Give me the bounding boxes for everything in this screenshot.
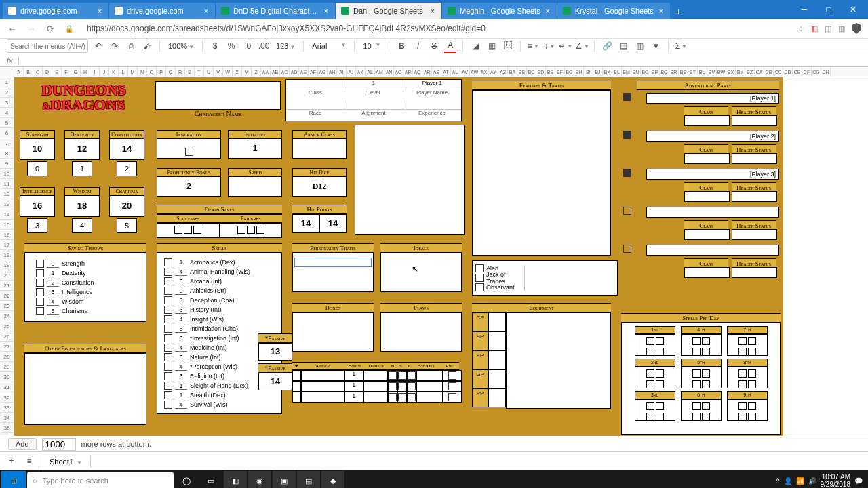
row-header[interactable]: 31 — [0, 382, 14, 392]
col-header[interactable]: AN — [384, 67, 394, 77]
portrait-area[interactable] — [355, 125, 465, 235]
row-header[interactable]: 35 — [0, 423, 14, 433]
col-header[interactable]: T — [195, 67, 204, 77]
row-header[interactable]: 27 — [0, 342, 14, 352]
tray-up-icon[interactable]: ^ — [776, 477, 780, 485]
dec-increase-icon[interactable]: .00 — [258, 40, 270, 52]
borders-icon[interactable]: ▦ — [486, 40, 498, 52]
col-header[interactable]: AV — [460, 67, 470, 77]
clock[interactable]: 10:07 AM9/29/2018 — [821, 473, 851, 488]
row-header[interactable]: 1 — [0, 77, 14, 87]
percent-icon[interactable]: % — [225, 40, 237, 52]
col-header[interactable]: BY — [736, 67, 745, 77]
col-header[interactable]: BB — [517, 67, 527, 77]
chart-icon[interactable]: ▥ — [633, 40, 646, 52]
functions-icon[interactable]: Σ▼ — [675, 40, 687, 52]
col-header[interactable]: BD — [536, 67, 546, 77]
row-header[interactable]: 24 — [0, 311, 14, 321]
col-header[interactable]: B — [24, 67, 33, 77]
spell-level-3rd[interactable]: 3rd — [635, 391, 675, 421]
col-header[interactable]: O — [147, 67, 157, 77]
app-icon[interactable]: ◧ — [224, 471, 247, 488]
row-header[interactable]: 10 — [0, 169, 14, 179]
shield-icon[interactable] — [852, 23, 861, 34]
col-header[interactable]: G — [71, 67, 81, 77]
col-header[interactable]: BF — [555, 67, 565, 77]
row-header[interactable]: 3 — [0, 98, 14, 108]
skill-row[interactable]: 5Deception (Cha) — [164, 296, 275, 305]
col-header[interactable]: R — [176, 67, 185, 77]
col-header[interactable]: BU — [698, 67, 707, 77]
browser-tab[interactable]: drive.google.com× — [109, 3, 215, 19]
col-header[interactable]: BQ — [660, 67, 669, 77]
row-header[interactable]: 34 — [0, 413, 14, 423]
col-header[interactable]: AE — [299, 67, 309, 77]
menu-search-input[interactable] — [7, 39, 88, 53]
row-header[interactable]: 5 — [0, 118, 14, 128]
col-header[interactable]: S — [185, 67, 195, 77]
col-header[interactable]: BG — [565, 67, 574, 77]
col-header[interactable]: AT — [441, 67, 451, 77]
maximize-button[interactable]: □ — [816, 0, 841, 19]
cortana-icon[interactable]: ◯ — [175, 471, 198, 488]
col-header[interactable]: CH — [821, 67, 831, 77]
col-header[interactable]: CC — [774, 67, 783, 77]
party-check[interactable] — [623, 93, 631, 101]
col-header[interactable]: U — [204, 67, 214, 77]
save-row[interactable]: 3Intelligence — [36, 287, 135, 297]
chrome-icon[interactable]: ◉ — [248, 471, 271, 488]
col-header[interactable]: P — [157, 67, 166, 77]
col-header[interactable]: AG — [318, 67, 328, 77]
party-check[interactable] — [623, 207, 631, 215]
paint-icon[interactable]: 🖌 — [141, 40, 153, 52]
col-header[interactable]: BN — [631, 67, 641, 77]
col-header[interactable]: BL — [612, 67, 622, 77]
col-header[interactable]: BJ — [593, 67, 603, 77]
col-header[interactable]: AO — [394, 67, 403, 77]
col-header[interactable]: CE — [793, 67, 802, 77]
skill-row[interactable]: 3Arcana (Int) — [164, 277, 275, 286]
new-tab-button[interactable]: + — [671, 4, 687, 19]
font-dropdown[interactable]: Arial▼ — [310, 42, 348, 50]
skill-row[interactable]: 4Insight (Wis) — [164, 314, 275, 324]
close-icon[interactable]: × — [429, 7, 436, 15]
zoom-dropdown[interactable]: 100%▼ — [166, 42, 196, 50]
skill-row[interactable]: 1Stealth (Dex) — [164, 390, 275, 400]
browser-tab[interactable]: Krystal - Google Sheets× — [557, 3, 670, 19]
star-icon[interactable]: ☆ — [797, 24, 804, 33]
italic-icon[interactable]: I — [412, 40, 424, 52]
row-header[interactable]: 8 — [0, 148, 14, 159]
col-header[interactable]: AS — [432, 67, 441, 77]
add-sheet-icon[interactable]: + — [5, 455, 18, 467]
task-view-icon[interactable]: ▭ — [199, 471, 222, 488]
spell-level-9th[interactable]: 9th — [727, 391, 768, 421]
row-header[interactable]: 6 — [0, 128, 14, 138]
select-all-corner[interactable] — [0, 67, 14, 77]
browser-tab[interactable]: DnD 5e Digital Character Sheet× — [216, 3, 335, 19]
row-header[interactable]: 26 — [0, 331, 14, 342]
row-header[interactable]: 4 — [0, 108, 14, 118]
browser-tab-active[interactable]: Dan - Google Sheets× — [336, 3, 441, 19]
inspiration-check[interactable] — [185, 148, 193, 156]
col-header[interactable]: V — [214, 67, 223, 77]
col-header[interactable]: AD — [290, 67, 299, 77]
spell-level-6th[interactable]: 6th — [681, 391, 722, 421]
col-header[interactable]: CF — [802, 67, 812, 77]
col-header[interactable]: BV — [707, 67, 717, 77]
col-header[interactable]: D — [43, 67, 52, 77]
rotate-icon[interactable]: ∠▼ — [576, 40, 588, 52]
fill-color-icon[interactable]: ◢ — [469, 40, 481, 52]
close-button[interactable]: ✕ — [841, 0, 865, 19]
col-header[interactable]: AL — [366, 67, 375, 77]
col-header[interactable]: A — [14, 67, 24, 77]
row-header[interactable]: 13 — [0, 199, 14, 209]
close-icon[interactable]: × — [203, 7, 210, 15]
feat-row[interactable]: Jack of Trades — [475, 273, 614, 283]
col-header[interactable]: AU — [451, 67, 460, 77]
col-header[interactable]: AI — [337, 67, 347, 77]
row-header[interactable]: 18 — [0, 250, 14, 260]
print-icon[interactable]: ⎙ — [125, 40, 137, 52]
col-header[interactable]: BK — [603, 67, 612, 77]
col-header[interactable]: AW — [470, 67, 479, 77]
col-header[interactable]: AY — [489, 67, 498, 77]
